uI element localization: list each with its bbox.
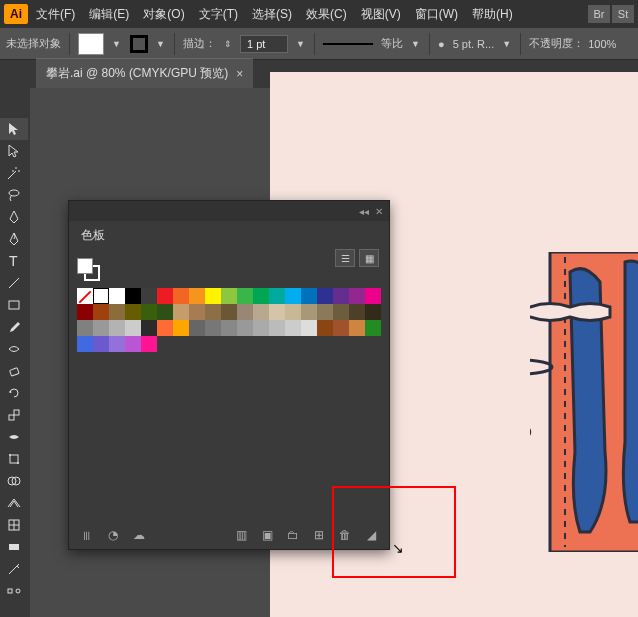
- fill-color-indicator[interactable]: [77, 258, 93, 274]
- swatch[interactable]: [77, 336, 93, 352]
- rectangle-tool[interactable]: [0, 294, 28, 316]
- swatch[interactable]: [77, 320, 93, 336]
- swatch[interactable]: [141, 288, 157, 304]
- swatch[interactable]: [333, 288, 349, 304]
- swatch[interactable]: [173, 304, 189, 320]
- shaper-tool[interactable]: [0, 338, 28, 360]
- swatch[interactable]: [253, 320, 269, 336]
- mesh-tool[interactable]: [0, 514, 28, 536]
- swatch[interactable]: [349, 320, 365, 336]
- swatch[interactable]: [301, 304, 317, 320]
- swatch[interactable]: [141, 336, 157, 352]
- document-tab[interactable]: 攀岩.ai @ 80% (CMYK/GPU 预览) ×: [36, 58, 253, 88]
- swatch[interactable]: [237, 320, 253, 336]
- gradient-tool[interactable]: [0, 536, 28, 558]
- swatch[interactable]: [173, 288, 189, 304]
- direct-selection-tool[interactable]: [0, 140, 28, 162]
- swatch[interactable]: [157, 320, 173, 336]
- swatch[interactable]: [109, 288, 125, 304]
- swatch[interactable]: [221, 288, 237, 304]
- panel-collapse-icon[interactable]: ◂◂: [359, 206, 369, 217]
- swatch[interactable]: [205, 288, 221, 304]
- swatch[interactable]: [365, 304, 381, 320]
- stroke-swatch[interactable]: [130, 35, 148, 53]
- swatch[interactable]: [93, 320, 109, 336]
- stock-badge[interactable]: St: [612, 5, 634, 23]
- swatch[interactable]: [237, 288, 253, 304]
- opacity-value[interactable]: 100%: [588, 38, 616, 50]
- eyedropper-tool[interactable]: [0, 558, 28, 580]
- delete-swatch-icon[interactable]: 🗑: [335, 527, 355, 543]
- swatch[interactable]: [157, 304, 173, 320]
- swatch[interactable]: [205, 320, 221, 336]
- menu-help[interactable]: 帮助(H): [466, 2, 519, 27]
- fill-dropdown-icon[interactable]: ▼: [112, 39, 122, 49]
- menu-object[interactable]: 对象(O): [137, 2, 190, 27]
- swatch[interactable]: [77, 288, 93, 304]
- swatch[interactable]: [109, 320, 125, 336]
- brush-label[interactable]: 5 pt. R...: [453, 38, 495, 50]
- panel-close-icon[interactable]: ✕: [375, 206, 383, 217]
- swatch[interactable]: [125, 320, 141, 336]
- swatch[interactable]: [285, 288, 301, 304]
- new-color-group-icon[interactable]: ▣: [257, 527, 277, 543]
- swatch[interactable]: [253, 288, 269, 304]
- rotate-tool[interactable]: [0, 382, 28, 404]
- swatch[interactable]: [221, 304, 237, 320]
- swatch[interactable]: [93, 288, 109, 304]
- swatch[interactable]: [301, 320, 317, 336]
- swatch[interactable]: [125, 304, 141, 320]
- swatch[interactable]: [157, 288, 173, 304]
- swatch[interactable]: [349, 304, 365, 320]
- menu-window[interactable]: 窗口(W): [409, 2, 464, 27]
- swatch[interactable]: [301, 288, 317, 304]
- grid-view-button[interactable]: ▦: [359, 249, 379, 267]
- bridge-badge[interactable]: Br: [588, 5, 610, 23]
- width-tool[interactable]: [0, 426, 28, 448]
- magic-wand-tool[interactable]: [0, 162, 28, 184]
- swatch[interactable]: [109, 336, 125, 352]
- menu-file[interactable]: 文件(F): [30, 2, 81, 27]
- swatch[interactable]: [141, 320, 157, 336]
- swatch[interactable]: [205, 304, 221, 320]
- swatch[interactable]: [77, 304, 93, 320]
- swatch[interactable]: [237, 304, 253, 320]
- panel-resize-icon[interactable]: ◢: [361, 527, 381, 543]
- panel-header[interactable]: ◂◂ ✕: [69, 201, 389, 221]
- menu-effect[interactable]: 效果(C): [300, 2, 353, 27]
- swatch[interactable]: [269, 320, 285, 336]
- swatches-tab[interactable]: 色板: [69, 221, 117, 250]
- perspective-grid-tool[interactable]: [0, 492, 28, 514]
- cloud-icon[interactable]: ☁: [129, 527, 149, 543]
- stroke-weight-field[interactable]: 1 pt: [240, 35, 288, 53]
- stepper-icon[interactable]: ⇕: [224, 39, 232, 49]
- line-tool[interactable]: [0, 272, 28, 294]
- close-tab-icon[interactable]: ×: [236, 67, 243, 81]
- brush-dropdown-icon[interactable]: ▼: [502, 39, 512, 49]
- blend-tool[interactable]: [0, 580, 28, 602]
- swatch[interactable]: [253, 304, 269, 320]
- folder-icon[interactable]: 🗀: [283, 527, 303, 543]
- swatch[interactable]: [365, 288, 381, 304]
- paintbrush-tool[interactable]: [0, 316, 28, 338]
- swatch[interactable]: [365, 320, 381, 336]
- swatch[interactable]: [125, 288, 141, 304]
- menu-select[interactable]: 选择(S): [246, 2, 298, 27]
- swatch[interactable]: [269, 304, 285, 320]
- swatch[interactable]: [125, 336, 141, 352]
- fill-stroke-indicator[interactable]: [77, 258, 101, 282]
- swatch[interactable]: [93, 336, 109, 352]
- show-swatch-kinds-icon[interactable]: ◔: [103, 527, 123, 543]
- swatch[interactable]: [317, 288, 333, 304]
- swatch[interactable]: [333, 320, 349, 336]
- stroke-profile-preview[interactable]: [323, 43, 373, 45]
- new-swatch-icon[interactable]: ⊞: [309, 527, 329, 543]
- scale-tool[interactable]: [0, 404, 28, 426]
- menu-edit[interactable]: 编辑(E): [83, 2, 135, 27]
- type-tool[interactable]: T: [0, 250, 28, 272]
- stroke-weight-dropdown-icon[interactable]: ▼: [296, 39, 306, 49]
- eraser-tool[interactable]: [0, 360, 28, 382]
- fill-swatch[interactable]: [78, 33, 104, 55]
- swatch[interactable]: [317, 320, 333, 336]
- swatch[interactable]: [173, 320, 189, 336]
